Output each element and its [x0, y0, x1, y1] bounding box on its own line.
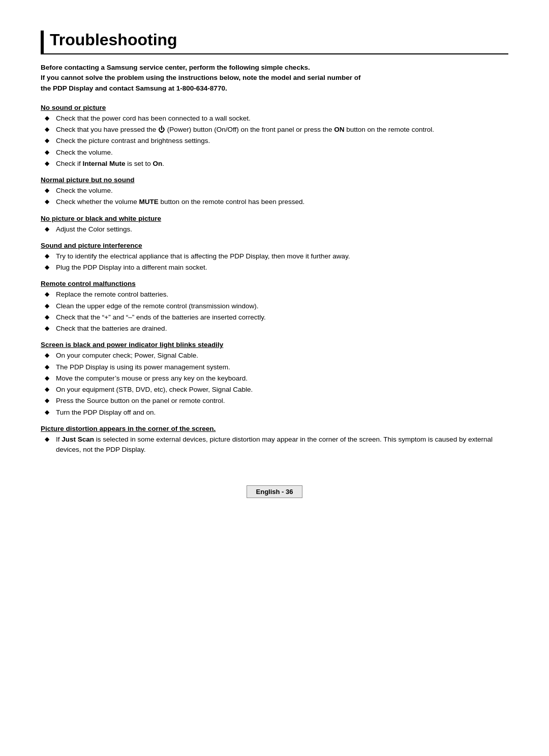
section-heading-normal-picture-no-sound: Normal picture but no sound: [41, 176, 508, 184]
intro-line2: If you cannot solve the problem using th…: [41, 73, 508, 94]
section-picture-distortion: Picture distortion appears in the corner…: [41, 425, 508, 455]
list-item: Check that the batteries are drained.: [45, 324, 508, 334]
bullet-list-remote-malfunctions: Replace the remote control batteries. Cl…: [41, 289, 508, 334]
page-container: Troubleshooting Before contacting a Sams…: [41, 31, 508, 508]
list-item: Replace the remote control batteries.: [45, 289, 508, 300]
list-item: Clean the upper edge of the remote contr…: [45, 301, 508, 311]
section-heading-no-sound-or-picture: No sound or picture: [41, 104, 508, 111]
section-no-picture-bw: No picture or black and white picture Ad…: [41, 215, 508, 235]
intro-section: Before contacting a Samsung service cent…: [41, 63, 508, 94]
section-heading-sound-picture-interference: Sound and picture interference: [41, 242, 508, 249]
list-item: On your computer check; Power, Signal Ca…: [45, 351, 508, 361]
section-sound-picture-interference: Sound and picture interference Try to id…: [41, 242, 508, 273]
list-item: The PDP Display is using its power manag…: [45, 362, 508, 372]
list-item: Check the picture contrast and brightnes…: [45, 136, 508, 146]
section-no-sound-or-picture: No sound or picture Check that the power…: [41, 104, 508, 169]
page-title: Troubleshooting: [41, 31, 508, 54]
section-heading-screen-black-blinks: Screen is black and power indicator ligh…: [41, 341, 508, 348]
list-item: Press the Source button on the panel or …: [45, 396, 508, 406]
list-item: Check that the “+” and “–” ends of the b…: [45, 312, 508, 323]
list-item: Turn the PDP Display off and on.: [45, 408, 508, 418]
section-heading-picture-distortion: Picture distortion appears in the corner…: [41, 425, 508, 432]
list-item: Check whether the volume MUTE button on …: [45, 197, 508, 207]
bullet-list-picture-distortion: If Just Scan is selected in some externa…: [41, 434, 508, 455]
bullet-list-normal-picture-no-sound: Check the volume. Check whether the volu…: [41, 186, 508, 208]
list-item: Check if Internal Mute is set to On.: [45, 159, 508, 169]
bullet-list-no-sound-or-picture: Check that the power cord has been conne…: [41, 113, 508, 169]
intro-line1: Before contacting a Samsung service cent…: [41, 63, 508, 73]
section-screen-black-blinks: Screen is black and power indicator ligh…: [41, 341, 508, 418]
bullet-list-no-picture-bw: Adjust the Color settings.: [41, 224, 508, 235]
bullet-list-screen-black-blinks: On your computer check; Power, Signal Ca…: [41, 351, 508, 418]
list-item: On your equipment (STB, DVD, etc), check…: [45, 385, 508, 395]
section-normal-picture-no-sound: Normal picture but no sound Check the vo…: [41, 176, 508, 208]
footer: English - 36: [41, 485, 508, 508]
list-item: Move the computer’s mouse or press any k…: [45, 373, 508, 384]
section-heading-remote-malfunctions: Remote control malfunctions: [41, 280, 508, 287]
list-item: Check that the power cord has been conne…: [45, 113, 508, 124]
list-item: Check that you have pressed the ⏻ (Power…: [45, 125, 508, 135]
list-item: Adjust the Color settings.: [45, 224, 508, 235]
bullet-list-sound-picture-interference: Try to identify the electrical appliance…: [41, 251, 508, 273]
list-item: Check the volume.: [45, 148, 508, 158]
section-remote-malfunctions: Remote control malfunctions Replace the …: [41, 280, 508, 334]
list-item: Plug the PDP Display into a different ma…: [45, 263, 508, 273]
list-item: Try to identify the electrical appliance…: [45, 251, 508, 261]
section-heading-no-picture-bw: No picture or black and white picture: [41, 215, 508, 222]
list-item: Check the volume.: [45, 186, 508, 196]
footer-badge: English - 36: [247, 485, 303, 498]
list-item: If Just Scan is selected in some externa…: [45, 434, 508, 455]
